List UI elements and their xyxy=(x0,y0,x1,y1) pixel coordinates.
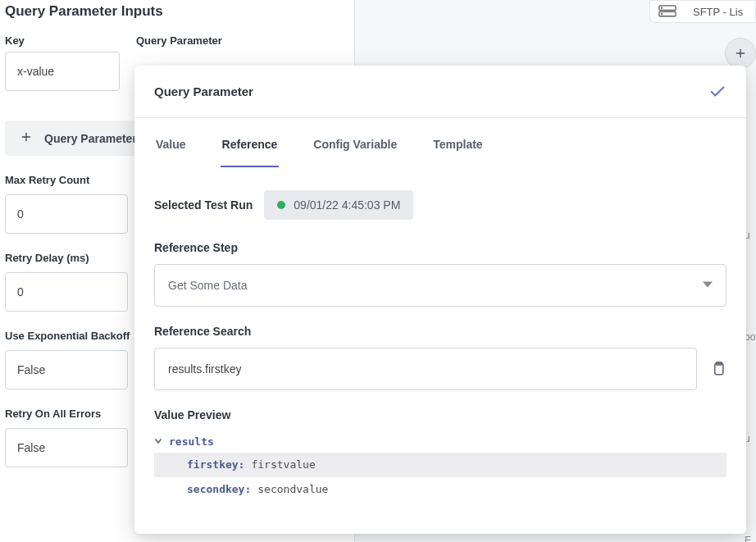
server-icon xyxy=(658,5,676,18)
section-title: Query Parameter Inputs xyxy=(5,3,339,20)
svg-point-2 xyxy=(662,7,663,8)
selected-run-label: Selected Test Run xyxy=(154,198,253,212)
modal-title: Query Parameter xyxy=(154,84,253,98)
tab-config-variable[interactable]: Config Variable xyxy=(312,130,398,167)
reference-step-select[interactable]: Get Some Data xyxy=(154,264,726,307)
confirm-button[interactable] xyxy=(708,83,726,101)
chevron-down-icon xyxy=(154,431,162,453)
add-node-button[interactable] xyxy=(725,38,756,69)
add-button-label: Query Parameter xyxy=(44,132,137,145)
tab-template[interactable]: Template xyxy=(431,130,484,167)
key-label: Key xyxy=(5,34,120,47)
test-run-chip[interactable]: 09/01/22 4:45:03 PM xyxy=(264,190,413,220)
tab-value[interactable]: Value xyxy=(154,130,188,167)
retry-delay-input[interactable] xyxy=(5,272,128,312)
exp-backoff-select[interactable]: False xyxy=(5,350,128,389)
tab-reference[interactable]: Reference xyxy=(221,130,280,167)
reference-search-input[interactable] xyxy=(154,348,697,390)
modal-body: Value Reference Config Variable Template… xyxy=(134,118,746,518)
retry-all-value: False xyxy=(17,441,45,454)
tree-node-results[interactable]: results xyxy=(154,431,726,453)
max-retry-input[interactable] xyxy=(5,194,128,234)
canvas-node-label: SFTP - Lis xyxy=(693,6,743,18)
svg-point-3 xyxy=(662,13,663,14)
retry-all-select[interactable]: False xyxy=(5,428,128,467)
plus-icon xyxy=(20,130,33,146)
tree-key: firstkey: xyxy=(187,454,244,476)
reference-search-label: Reference Search xyxy=(154,325,726,338)
tree-row-firstkey[interactable]: firstkey: firstvalue xyxy=(154,453,726,477)
tree-key: secondkey: xyxy=(187,479,251,500)
tree-value: secondvalue xyxy=(257,479,328,500)
reference-step-label: Reference Step xyxy=(154,241,726,254)
query-parameter-modal: Query Parameter Value Reference Config V… xyxy=(134,66,746,534)
obscured-right-panel: u oo u E xyxy=(745,230,756,542)
test-run-timestamp: 09/01/22 4:45:03 PM xyxy=(294,198,400,212)
selected-test-run-row: Selected Test Run 09/01/22 4:45:03 PM xyxy=(154,190,726,220)
query-param-label: Query Parameter xyxy=(136,34,222,47)
canvas-node-sftp[interactable]: SFTP - Lis xyxy=(649,0,756,23)
value-preview-tree: results firstkey: firstvalue secondkey: … xyxy=(154,431,726,502)
chevron-down-icon xyxy=(703,279,713,292)
clipboard-icon[interactable] xyxy=(710,361,726,377)
tree-root-label: results xyxy=(169,431,214,453)
tabs: Value Reference Config Variable Template xyxy=(154,130,726,167)
key-input[interactable] xyxy=(5,52,120,91)
modal-header: Query Parameter xyxy=(134,66,746,118)
tree-value: firstvalue xyxy=(251,454,315,476)
reference-step-value: Get Some Data xyxy=(168,279,248,292)
value-preview-label: Value Preview xyxy=(154,408,726,421)
tree-row-secondkey[interactable]: secondkey: secondvalue xyxy=(154,477,726,502)
add-query-parameter-button[interactable]: Query Parameter xyxy=(5,121,152,156)
exp-backoff-value: False xyxy=(17,363,45,376)
status-dot-success-icon xyxy=(277,201,285,209)
